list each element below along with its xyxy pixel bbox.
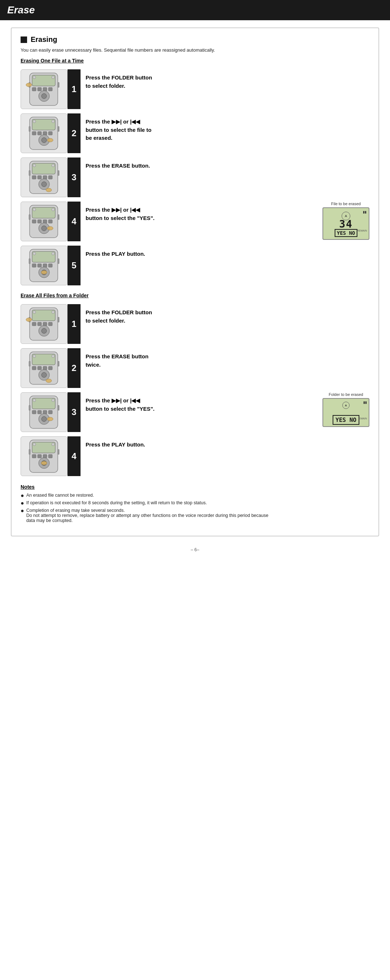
svg-point-33 [41,94,46,99]
sec2-step1-device [21,304,67,344]
svg-rect-29 [38,88,41,91]
svg-point-104 [33,355,36,358]
svg-rect-134 [43,454,47,458]
svg-rect-133 [38,454,41,458]
note-item-3: ● Completion of erasing may take several… [21,508,369,523]
svg-rect-73 [29,215,30,220]
svg-point-117 [33,399,36,402]
svg-rect-30 [43,88,47,91]
svg-rect-96 [48,322,53,326]
svg-rect-28 [32,88,36,91]
section-title-row: Erasing [21,35,369,44]
svg-point-40 [52,120,54,123]
note-item-1: ● An erased file cannot be restored. [21,493,369,498]
sec2-step4-device [21,436,67,476]
svg-rect-132 [32,454,36,458]
sec2-step-row-1: 1 Press the FOLDER button to select fold… [21,304,369,344]
svg-rect-135 [48,454,53,458]
svg-point-72 [41,226,46,231]
step5-number: 5 [67,246,81,285]
svg-rect-41 [32,132,36,135]
svg-rect-44 [48,132,53,135]
svg-rect-112 [29,361,30,366]
svg-rect-31 [48,88,53,91]
svg-rect-56 [43,175,47,179]
svg-point-131 [52,443,54,446]
svg-point-46 [41,138,46,143]
sec2-step3-display-caption: Folder to be erased [323,392,369,397]
step4-lcd: ▮▮ A 34 REMAIN YES NO [323,207,369,240]
note-item-2: ● If operation is not executed for 8 sec… [21,500,369,506]
sec2-step4-text: Press the PLAY button. [86,436,369,449]
svg-rect-67 [32,220,36,223]
sec2-step3-device [21,392,67,432]
step1-text: Press the FOLDER button to select folder… [86,69,369,90]
sec2-step1-number: 1 [67,304,81,344]
svg-point-65 [33,208,36,211]
sec2-step3-text: Press the ▶▶| or |◀◀ button to select th… [86,392,317,413]
bullet-icon-2: ● [21,500,24,506]
sec2-step3-display: Folder to be erased ▮▮ A REMAIN YES NO [323,392,369,427]
sec2-step1-text: Press the FOLDER button to select folder… [86,304,369,325]
step-row-2: 2 Press the ▶▶| or |◀◀ button to select … [21,113,369,153]
bullet-icon: ● [21,493,24,498]
svg-point-36 [26,83,32,87]
svg-rect-68 [38,220,41,223]
svg-point-39 [33,120,36,123]
step1-number: 1 [67,69,81,109]
svg-rect-119 [32,410,36,414]
svg-point-79 [52,252,54,255]
step-row-1: 1 Press the FOLDER button to select fold… [21,69,369,109]
svg-point-140 [41,461,47,465]
sec2-step-row-3: 3 Press the ▶▶| or |◀◀ button to select … [21,392,369,432]
svg-rect-100 [58,317,59,322]
black-square-icon [21,37,27,43]
svg-point-114 [46,379,52,383]
svg-point-101 [26,318,32,321]
bullet-icon-3: ● [21,508,24,514]
svg-rect-94 [38,322,41,326]
svg-rect-43 [43,132,47,135]
svg-point-111 [41,372,46,377]
svg-point-105 [52,355,54,358]
step4-display-caption: File to be erased [323,202,369,206]
svg-point-62 [46,188,52,192]
svg-rect-81 [38,264,41,267]
svg-rect-74 [58,215,59,220]
svg-point-124 [41,417,46,422]
step2-device [21,113,67,153]
svg-rect-57 [48,175,53,179]
svg-rect-55 [38,175,41,179]
sec2-step4-number: 4 [67,436,81,476]
notes-title: Notes [21,484,369,490]
sec2-step-row-2: 2 Press the ERASE button twice. [21,348,369,388]
svg-rect-70 [48,220,53,223]
page-title: Erase [7,4,383,16]
svg-rect-106 [32,366,36,370]
svg-rect-125 [29,405,30,410]
svg-rect-60 [29,170,30,175]
svg-point-52 [33,164,36,167]
step5-device [21,246,67,285]
svg-rect-120 [38,410,41,414]
svg-point-53 [52,164,54,167]
step-row-3: 3 Press the ERASE button. [21,158,369,197]
svg-point-98 [41,328,46,333]
step4-display: File to be erased ▮▮ A 34 REMAIN YES NO [323,202,369,240]
svg-point-26 [33,76,36,79]
svg-rect-82 [43,264,47,267]
svg-rect-83 [48,264,53,267]
svg-rect-108 [43,366,47,370]
notes-list: ● An erased file cannot be restored. ● I… [21,493,369,523]
step-row-5: 5 Press the PLAY button. [21,246,369,285]
sec2-step3-lcd: ▮▮ A REMAIN YES NO [323,398,369,427]
svg-rect-86 [29,259,30,264]
main-content: Erasing You can easily erase unnecessary… [11,27,379,536]
step3-device [21,158,67,197]
svg-rect-61 [58,170,59,175]
svg-point-88 [41,270,47,274]
svg-point-27 [52,76,54,79]
step3-text: Press the ERASE button. [86,158,369,170]
step4-text: Press the ▶▶| or |◀◀ button to select th… [86,202,317,222]
svg-point-49 [47,138,53,142]
